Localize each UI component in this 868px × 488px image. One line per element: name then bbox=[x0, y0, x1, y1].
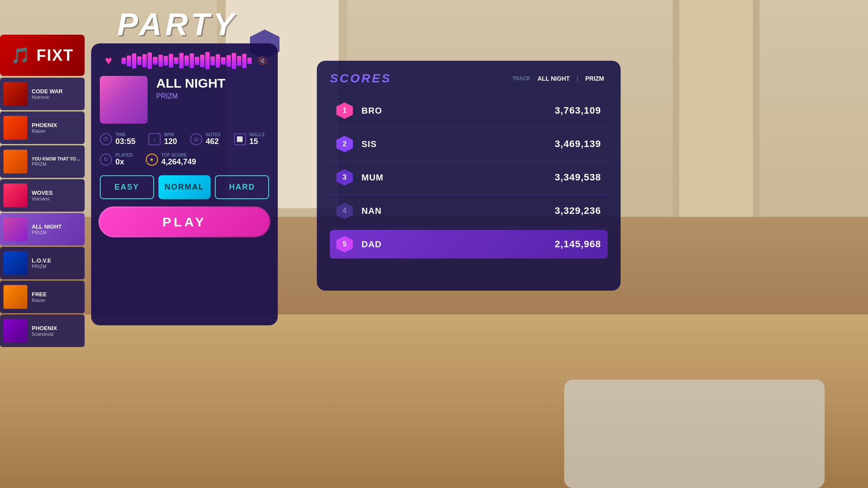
song-artist: PRIZM bbox=[32, 264, 81, 269]
floor-rug bbox=[564, 380, 825, 488]
stat-notes: ◎ NOTES 462 bbox=[190, 132, 220, 146]
door-frame bbox=[673, 0, 760, 217]
rank-number: 1 bbox=[343, 107, 347, 115]
album-section: ALL NIGHT PRIZM bbox=[100, 76, 269, 124]
waveform-bar bbox=[137, 56, 141, 65]
song-info: L.O.V.E PRIZM bbox=[32, 257, 81, 269]
song-info: ALL NIGHT PRIZM bbox=[32, 223, 81, 235]
page-title: PARTY bbox=[117, 7, 237, 42]
player-score-2: 3,469,139 bbox=[555, 138, 601, 150]
walls-label: WALLS bbox=[250, 132, 265, 137]
favorite-button[interactable]: ♥ bbox=[100, 52, 117, 69]
song-info: CODE WAR Nutronic bbox=[32, 88, 81, 100]
player-score-3: 3,349,538 bbox=[555, 172, 601, 183]
waveform-display bbox=[122, 52, 252, 69]
player-score-5: 2,145,968 bbox=[555, 239, 601, 250]
score-separator bbox=[330, 228, 608, 228]
waveform-bar bbox=[242, 54, 247, 68]
song-item-code-war[interactable]: CODE WAR Nutronic bbox=[0, 78, 85, 110]
song-title: PHOENIX bbox=[32, 122, 81, 128]
waveform-bar bbox=[122, 58, 126, 64]
scores-title: SCORES bbox=[330, 72, 391, 85]
waveform-bar bbox=[216, 54, 220, 68]
song-item-phoenix2[interactable]: PHOENIX Scandroid bbox=[0, 314, 85, 347]
waveform-bar bbox=[200, 55, 204, 67]
song-item-woves[interactable]: WOVES Voicians bbox=[0, 179, 85, 212]
time-label: TIME bbox=[115, 132, 135, 137]
song-info: FREE Raizer bbox=[32, 291, 81, 303]
song-title: FREE bbox=[32, 291, 81, 298]
walls-value: 15 bbox=[250, 137, 265, 146]
waveform-bar bbox=[221, 57, 225, 65]
song-thumbnail bbox=[3, 285, 27, 309]
song-artist: PRIZM bbox=[32, 230, 81, 235]
rank-badge-4: 4 bbox=[336, 203, 353, 219]
song-thumbnail bbox=[3, 319, 27, 343]
song-info: PHOENIX Raizer bbox=[32, 122, 81, 134]
bpm-label: BPM bbox=[164, 132, 177, 137]
waveform-bar bbox=[148, 52, 152, 69]
score-row-3: 3 MUM 3,349,538 bbox=[330, 163, 608, 192]
filter-all-night[interactable]: ALL NIGHT bbox=[534, 73, 573, 84]
player-score-4: 3,329,236 bbox=[555, 205, 601, 216]
song-info: YOU KNOW THAT YOU LOVE... PRIZM bbox=[32, 157, 81, 167]
easy-button[interactable]: EASY bbox=[100, 175, 154, 199]
played-value: 0x bbox=[115, 157, 133, 167]
hard-button[interactable]: HARD bbox=[215, 175, 269, 199]
song-item-love[interactable]: L.O.V.E PRIZM bbox=[0, 247, 85, 279]
song-item-all-night[interactable]: ALL NIGHT PRIZM bbox=[0, 213, 85, 246]
scores-header: SCORES TRACK ALL NIGHT | PRIZM bbox=[330, 72, 608, 85]
track-filter-label: TRACK bbox=[512, 75, 530, 82]
player-name-2: SIS bbox=[362, 139, 555, 149]
score-separator bbox=[330, 194, 608, 195]
song-info: WOVES Voicians bbox=[32, 190, 81, 201]
stat-walls: ⬜ WALLS 15 bbox=[234, 132, 265, 146]
normal-button[interactable]: NORMAL bbox=[158, 175, 211, 199]
fixt-banner: 🎵 FIXT bbox=[0, 35, 85, 76]
stats-row-1: ⏱ TIME 03:55 ♩ BPM 120 ◎ NOTES 462 ⬜ WAL… bbox=[100, 132, 269, 146]
song-thumbnail bbox=[3, 183, 27, 207]
stat-time-text: TIME 03:55 bbox=[115, 132, 135, 146]
stat-played: ↻ PLAYED 0x bbox=[100, 153, 133, 167]
waveform-bar bbox=[179, 53, 184, 69]
album-art bbox=[100, 76, 148, 124]
song-item-phoenix[interactable]: PHOENIX Raizer bbox=[0, 111, 85, 144]
play-button[interactable]: PLAY bbox=[100, 208, 269, 236]
album-art-overlay bbox=[100, 76, 148, 124]
stat-notes-text: NOTES 462 bbox=[206, 132, 220, 146]
fixt-logo: 🎵 FIXT bbox=[11, 46, 74, 65]
rank-number: 2 bbox=[343, 140, 347, 148]
time-value: 03:55 bbox=[115, 137, 135, 146]
heart-icon: ♥ bbox=[105, 54, 112, 68]
player-score-1: 3,763,109 bbox=[555, 105, 601, 116]
song-item-free[interactable]: FREE Raizer bbox=[0, 281, 85, 313]
waveform-bar bbox=[174, 57, 178, 64]
rank-number: 5 bbox=[343, 240, 347, 248]
rank-badge-5: 5 bbox=[336, 236, 353, 252]
filter-prizm[interactable]: PRIZM bbox=[582, 73, 608, 84]
song-thumbnail bbox=[3, 150, 27, 174]
waveform-bar bbox=[190, 53, 194, 68]
waveform-bar bbox=[127, 56, 131, 66]
waveform-bar bbox=[205, 52, 210, 69]
song-artist: Nutronic bbox=[32, 95, 81, 100]
stat-time: ⏱ TIME 03:55 bbox=[100, 132, 135, 146]
bpm-value: 120 bbox=[164, 137, 177, 146]
scores-panel: SCORES TRACK ALL NIGHT | PRIZM 1 BRO 3,7… bbox=[317, 61, 621, 291]
song-thumbnail bbox=[3, 251, 27, 275]
difficulty-row: EASY NORMAL HARD bbox=[100, 175, 269, 199]
top-score-label: TOP SCORE bbox=[161, 153, 196, 157]
waveform-bar bbox=[210, 56, 215, 66]
song-artist: Voicians bbox=[32, 196, 81, 201]
track-title: ALL NIGHT bbox=[156, 76, 225, 90]
player-name-3: MUM bbox=[362, 173, 555, 183]
player-name-4: NAN bbox=[362, 206, 555, 216]
time-icon: ⏱ bbox=[100, 133, 112, 145]
song-item-you-know[interactable]: YOU KNOW THAT YOU LOVE... PRIZM bbox=[0, 145, 85, 178]
waveform-bar bbox=[195, 57, 199, 65]
stats-row-2: ↻ PLAYED 0x ★ TOP SCORE 4,264,749 bbox=[100, 153, 269, 167]
song-artist: Scandroid bbox=[32, 331, 81, 337]
mute-button[interactable]: 🔇 bbox=[256, 54, 269, 67]
score-separator bbox=[330, 128, 608, 128]
top-score-value: 4,264,749 bbox=[161, 157, 196, 167]
